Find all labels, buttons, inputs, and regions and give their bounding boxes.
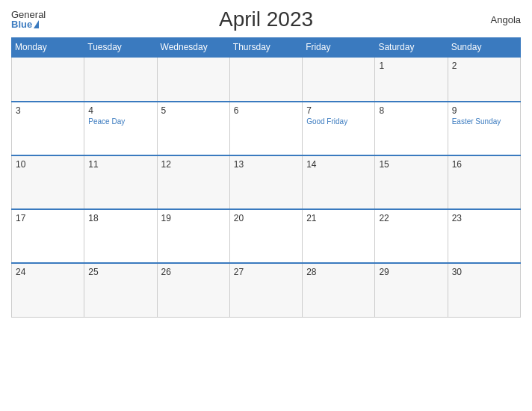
calendar-cell: 8: [375, 102, 448, 155]
calendar-cell: [12, 57, 84, 102]
day-number: 17: [16, 213, 80, 223]
country-label: Angola: [491, 14, 521, 25]
calendar-cell: 25: [84, 263, 157, 317]
day-number: 25: [88, 267, 152, 277]
calendar-cell: 16: [448, 155, 520, 209]
calendar-cell: 12: [157, 155, 229, 209]
day-number: 18: [88, 213, 152, 223]
day-number: 27: [234, 267, 298, 277]
holiday-label: Easter Sunday: [452, 117, 516, 126]
calendar-cell: 26: [157, 263, 229, 317]
day-number: 26: [161, 267, 226, 277]
calendar-cell: 7Good Friday: [303, 102, 375, 155]
calendar-week-row: 17181920212223: [12, 209, 521, 263]
day-number: 7: [306, 105, 371, 116]
col-tuesday: Tuesday: [84, 38, 157, 58]
day-number: 5: [161, 105, 226, 116]
calendar-week-row: 24252627282930: [12, 263, 521, 317]
day-header-row: Monday Tuesday Wednesday Thursday Friday…: [12, 38, 521, 58]
day-number: 9: [452, 105, 516, 116]
day-number: 4: [88, 105, 152, 116]
calendar-cell: 4Peace Day: [84, 102, 157, 155]
month-title: April 2023: [219, 7, 313, 31]
calendar-header: General Blue April 2023 Angola: [11, 7, 521, 31]
calendar-cell: 13: [229, 155, 302, 209]
day-number: 12: [161, 159, 226, 170]
day-number: 29: [379, 267, 443, 277]
calendar-cell: 28: [303, 263, 375, 317]
calendar-cell: 5: [157, 102, 229, 155]
calendar-week-row: 10111213141516: [12, 155, 521, 209]
calendar-cell: 6: [229, 102, 302, 155]
logo: General Blue: [11, 10, 46, 29]
calendar-cell: 27: [229, 263, 302, 317]
col-saturday: Saturday: [375, 38, 448, 58]
col-wednesday: Wednesday: [157, 38, 229, 58]
calendar-cell: 3: [12, 102, 84, 155]
day-number: 15: [379, 159, 443, 170]
col-sunday: Sunday: [448, 38, 520, 58]
calendar-cell: 15: [375, 155, 448, 209]
calendar-cell: 22: [375, 209, 448, 263]
day-number: 1: [379, 61, 443, 71]
calendar-cell: 24: [12, 263, 84, 317]
calendar-week-row: 34Peace Day567Good Friday89Easter Sunday: [12, 102, 521, 155]
day-number: 3: [16, 105, 80, 116]
day-number: 10: [16, 159, 80, 170]
logo-triangle-icon: [34, 20, 39, 28]
day-number: 6: [234, 105, 298, 116]
day-number: 23: [452, 213, 516, 223]
calendar-cell: 1: [375, 57, 448, 102]
calendar-cell: [229, 57, 302, 102]
col-monday: Monday: [12, 38, 84, 58]
day-number: 22: [379, 213, 443, 223]
holiday-label: Good Friday: [306, 117, 371, 126]
calendar-cell: 18: [84, 209, 157, 263]
day-number: 2: [452, 61, 516, 71]
calendar-cell: 23: [448, 209, 520, 263]
day-number: 20: [234, 213, 298, 223]
calendar-week-row: 12: [12, 57, 521, 102]
day-number: 8: [379, 105, 443, 116]
col-thursday: Thursday: [229, 38, 302, 58]
calendar-cell: 19: [157, 209, 229, 263]
day-number: 28: [306, 267, 371, 277]
calendar-cell: 9Easter Sunday: [448, 102, 520, 155]
calendar-cell: 17: [12, 209, 84, 263]
calendar-cell: [303, 57, 375, 102]
calendar-cell: [157, 57, 229, 102]
calendar-cell: 20: [229, 209, 302, 263]
calendar-cell: 10: [12, 155, 84, 209]
calendar-cell: 30: [448, 263, 520, 317]
calendar-cell: 2: [448, 57, 520, 102]
day-number: 30: [452, 267, 516, 277]
day-number: 11: [88, 159, 152, 170]
calendar-cell: 29: [375, 263, 448, 317]
calendar-wrapper: General Blue April 2023 Angola Monday Tu…: [0, 0, 532, 411]
day-number: 19: [161, 213, 226, 223]
day-number: 21: [306, 213, 371, 223]
day-number: 13: [234, 159, 298, 170]
day-number: 14: [306, 159, 371, 170]
calendar-cell: [84, 57, 157, 102]
logo-blue-text: Blue: [11, 19, 32, 29]
day-number: 24: [16, 267, 80, 277]
holiday-label: Peace Day: [88, 117, 152, 126]
col-friday: Friday: [303, 38, 375, 58]
calendar-table: Monday Tuesday Wednesday Thursday Friday…: [11, 37, 521, 318]
calendar-cell: 21: [303, 209, 375, 263]
day-number: 16: [452, 159, 516, 170]
calendar-cell: 14: [303, 155, 375, 209]
calendar-cell: 11: [84, 155, 157, 209]
